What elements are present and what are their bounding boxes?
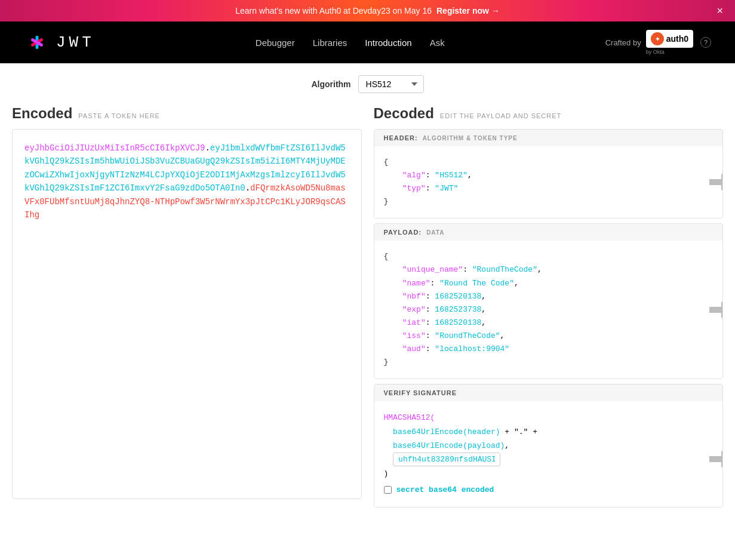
svg-marker-6 (709, 174, 723, 190)
verify-section-box: VERIFY SIGNATURE HMACSHA512( base64UrlEn… (374, 384, 724, 507)
auth0-badge: ✦ auth0 (646, 30, 693, 48)
payload-section-content[interactable]: { "unique_name": "RoundTheCode", "name":… (374, 241, 723, 379)
decoded-panel-header: Decoded EDIT THE PAYLOAD AND SECRET (374, 105, 724, 122)
logo-area: JWT (24, 29, 95, 56)
algorithm-label: Algorithm (311, 79, 350, 89)
header-section-box: HEADER: ALGORITHM & TOKEN TYPE { "alg": … (374, 129, 724, 219)
decoded-panel: Decoded EDIT THE PAYLOAD AND SECRET HEAD… (374, 105, 724, 507)
token-header: eyJhbGciOiJIUzUxMiIsInR5cCI6IkpXVCJ9 (24, 143, 205, 153)
verify-arg2: base64UrlEncode(payload) (393, 441, 505, 450)
encoded-token-box[interactable]: eyJhbGciOiJIUzUxMiIsInR5cCI6IkpXVCJ9.eyJ… (12, 129, 362, 499)
payload-label: PAYLOAD: (384, 229, 422, 236)
nav-libraries[interactable]: Libraries (313, 38, 347, 48)
secret-input[interactable] (393, 453, 500, 466)
nav-ask[interactable]: Ask (430, 38, 445, 48)
svg-marker-7 (709, 301, 723, 318)
decoded-subtitle: EDIT THE PAYLOAD AND SECRET (440, 112, 561, 119)
secret-check-label: secret base64 encoded (396, 483, 494, 497)
verify-arrow-icon (709, 450, 723, 469)
nav-debugger[interactable]: Debugger (256, 38, 295, 48)
encoded-title: Encoded (12, 105, 72, 122)
encoded-panel-header: Encoded PASTE A TOKEN HERE (12, 105, 362, 122)
header-section-header: HEADER: ALGORITHM & TOKEN TYPE (374, 130, 723, 146)
header-arrow-icon (709, 173, 723, 192)
nav-introduction[interactable]: Introduction (365, 38, 411, 48)
decoded-title: Decoded (374, 105, 434, 122)
payload-sublabel: DATA (426, 229, 444, 236)
encoded-subtitle: PASTE A TOKEN HERE (78, 112, 160, 119)
auth0-logo: ✦ auth0 by Okta (646, 30, 693, 55)
verify-section-header: VERIFY SIGNATURE (374, 384, 723, 401)
crafted-by-area: Crafted by ✦ auth0 by Okta ? (605, 30, 711, 55)
payload-section-box: PAYLOAD: DATA { "unique_name": "RoundThe… (374, 223, 724, 379)
verify-section-content: HMACSHA512( base64UrlEncode(header) + ".… (374, 401, 723, 506)
verify-arg1: base64UrlEncode(header) (393, 427, 500, 436)
verify-close: ) (384, 469, 389, 478)
base64-checkbox[interactable] (384, 486, 392, 494)
verify-fn: HMACSHA512( (384, 413, 435, 422)
site-header: JWT Debugger Libraries Introduction Ask … (0, 21, 735, 63)
header-label: HEADER: (384, 134, 418, 141)
banner-register-link[interactable]: Register now → (436, 6, 500, 16)
main-content: Encoded PASTE A TOKEN HERE eyJhbGciOiJIU… (0, 105, 735, 519)
header-sublabel: ALGORITHM & TOKEN TYPE (423, 135, 518, 141)
payload-arrow-icon (709, 300, 723, 319)
auth0-text: auth0 (666, 34, 688, 44)
crafted-by-text: Crafted by (605, 38, 641, 47)
banner-close-button[interactable]: × (716, 5, 723, 16)
svg-marker-8 (709, 451, 723, 467)
announcement-banner: Learn what's new with Auth0 at Devday23 … (0, 0, 735, 21)
main-nav: Debugger Libraries Introduction Ask (256, 38, 445, 48)
header-section-content[interactable]: { "alg": "HS512", "typ": "JWT" } (374, 146, 723, 218)
by-okta-text: by Okta (646, 49, 665, 55)
algorithm-bar: Algorithm HS256 HS384 HS512 RS256 RS384 … (0, 63, 735, 105)
algorithm-select[interactable]: HS256 HS384 HS512 RS256 RS384 RS512 (358, 75, 424, 93)
verify-label: VERIFY SIGNATURE (384, 389, 457, 396)
svg-text:✦: ✦ (655, 36, 660, 42)
payload-section-header: PAYLOAD: DATA (374, 224, 723, 241)
logo-text: JWT (56, 33, 95, 51)
encoded-panel: Encoded PASTE A TOKEN HERE eyJhbGciOiJIU… (12, 105, 362, 507)
jwt-logo-icon (24, 29, 50, 56)
secret-check-row: secret base64 encoded (384, 483, 714, 497)
help-icon[interactable]: ? (700, 37, 711, 48)
banner-text: Learn what's new with Auth0 at Devday23 … (235, 6, 432, 16)
auth0-icon: ✦ (651, 32, 664, 45)
